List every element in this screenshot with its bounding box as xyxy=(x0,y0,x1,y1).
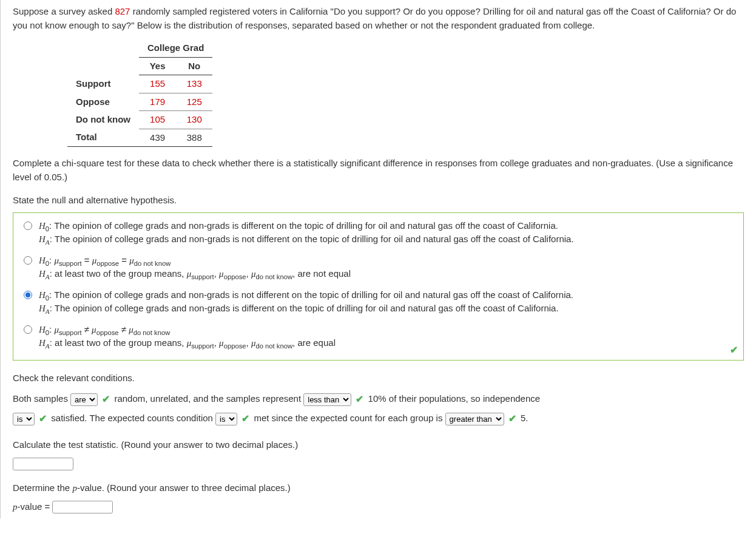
option-3-text: H0: The opinion of college grads and non… xyxy=(39,288,736,316)
opt3-ha: : The opinion of college grads and non-g… xyxy=(50,303,559,313)
row-label: Do not know xyxy=(67,111,139,129)
instruction-state: State the null and alternative hypothesi… xyxy=(13,194,744,208)
radio-option-2[interactable] xyxy=(24,256,32,265)
pvalue-label-eq: -value = xyxy=(18,501,53,512)
cond-t2: random, unrelated, and the samples repre… xyxy=(114,393,303,404)
instruction-complete: Complete a chi-square test for these dat… xyxy=(13,157,744,184)
row-label: Total xyxy=(67,129,139,147)
test-statistic-input[interactable] xyxy=(13,458,73,470)
radio-option-4[interactable] xyxy=(24,325,32,334)
option-1-text: H0: The opinion of college grads and non… xyxy=(39,219,736,246)
table-row-total: Total 439 388 xyxy=(67,129,212,147)
select-less-than[interactable]: less than xyxy=(303,393,351,406)
check-icon: ✔ xyxy=(102,390,110,409)
option-1[interactable]: H0: The opinion of college grads and non… xyxy=(21,219,736,246)
opt3-h0: : The opinion of college grads and non-g… xyxy=(49,290,573,300)
radio-option-3[interactable] xyxy=(24,291,32,299)
intro-paragraph: Suppose a survey asked 827 randomly samp… xyxy=(13,5,744,32)
col-yes: Yes xyxy=(139,57,176,75)
table-row: Oppose 179 125 xyxy=(67,93,212,111)
data-table: College Grad Yes No Support 155 133 Oppo… xyxy=(67,39,212,147)
option-4-text: H0: μsupport ≠ μoppose ≠ μdo not know HA… xyxy=(39,323,736,350)
radio-option-1[interactable] xyxy=(24,222,32,230)
opt2-ha: : at least two of the group means, xyxy=(50,268,187,279)
opt2-ha-end: are not equal xyxy=(295,268,351,279)
determine-pvalue-heading: Determine the p-value. (Round your answe… xyxy=(13,481,744,495)
row-label: Oppose xyxy=(67,93,139,111)
pvalue-input-wrap: p-value = xyxy=(13,500,744,514)
option-2[interactable]: H0: μsupport = μoppose = μdo not know HA… xyxy=(21,254,736,281)
check-conditions-heading: Check the relevant conditions. xyxy=(13,371,744,385)
select-independence-is[interactable]: is xyxy=(13,413,35,425)
cell: 130 xyxy=(176,111,212,129)
option-2-text: H0: μsupport = μoppose = μdo not know HA… xyxy=(39,254,736,281)
calc-statistic-heading: Calculate the test statistic. (Round you… xyxy=(13,438,744,452)
hypothesis-options-box: H0: The opinion of college grads and non… xyxy=(13,212,744,361)
row-label: Support xyxy=(67,75,139,93)
pvalue-input[interactable] xyxy=(52,501,113,513)
opt1-ha: : The opinion of college grads and non-g… xyxy=(50,234,574,244)
cond-t1: Both samples xyxy=(13,393,70,404)
option-4[interactable]: H0: μsupport ≠ μoppose ≠ μdo not know HA… xyxy=(21,323,736,350)
cell: 105 xyxy=(139,111,176,129)
option-3[interactable]: H0: The opinion of college grads and non… xyxy=(21,288,736,316)
conditions-paragraph: Both samples are ✔ random, unrelated, an… xyxy=(13,390,744,429)
cond-t6: 5. xyxy=(521,413,528,423)
test-statistic-input-wrap xyxy=(13,457,744,471)
opt4-ha-end: are equal xyxy=(295,337,336,348)
select-samples-are[interactable]: are xyxy=(70,393,98,406)
opt1-h0: : The opinion of college grads and non-g… xyxy=(49,220,558,231)
col-no: No xyxy=(176,57,212,75)
sample-size: 827 xyxy=(115,6,130,16)
cell: 179 xyxy=(139,93,176,111)
cell: 125 xyxy=(176,93,212,111)
cell: 133 xyxy=(176,75,212,93)
cell: 388 xyxy=(176,129,212,147)
group-header: College Grad xyxy=(139,39,212,57)
opt4-ha: : at least two of the group means, xyxy=(50,337,187,348)
table-row: Support 155 133 xyxy=(67,75,212,93)
select-greater-than[interactable]: greater than xyxy=(445,413,504,425)
check-icon: ✔ xyxy=(241,409,249,429)
cond-t4: satisfied. The expected counts condition xyxy=(51,413,215,423)
check-icon: ✔ xyxy=(508,409,516,429)
cell: 155 xyxy=(139,75,176,93)
cell: 439 xyxy=(139,129,176,147)
pvalue-label-p: p xyxy=(13,502,18,512)
check-icon: ✔ xyxy=(356,390,363,409)
table-row: Do not know 105 130 xyxy=(67,111,212,129)
cond-t3: 10% of their populations, so independenc… xyxy=(368,393,541,404)
correct-check-icon: ✔ xyxy=(730,343,738,357)
select-condition-is[interactable]: is xyxy=(215,413,237,425)
check-icon: ✔ xyxy=(39,409,47,429)
intro-before: Suppose a survey asked xyxy=(13,6,115,16)
cond-t5: met since the expected count for each gr… xyxy=(254,413,445,423)
